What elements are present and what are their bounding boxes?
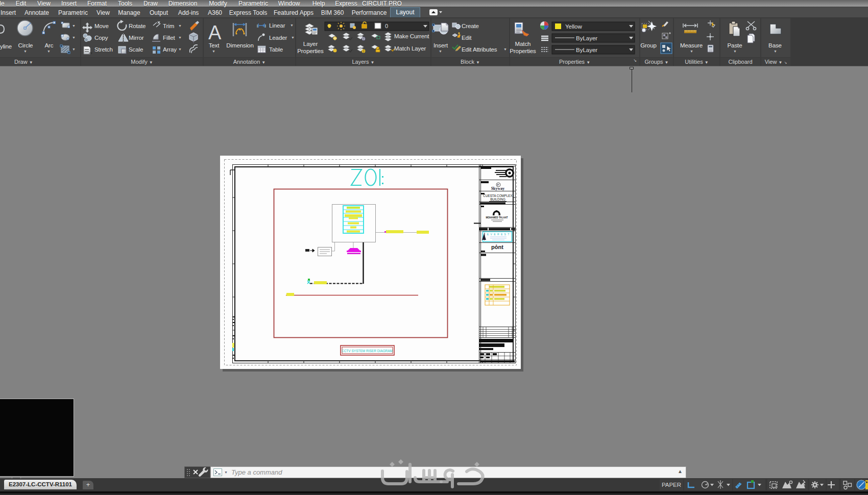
svg-text:0: 0 [385, 23, 388, 29]
svg-text:ByLayer: ByLayer [576, 35, 597, 41]
svg-text:CCTV SYSTEM RISER DIAGRAM: CCTV SYSTEM RISER DIAGRAM [342, 349, 393, 353]
svg-text:ByLayer: ByLayer [576, 47, 597, 53]
svg-text:Yellow: Yellow [565, 23, 583, 30]
svg-text:MOHAMED TALAAT: MOHAMED TALAAT [486, 216, 508, 219]
svg-text:CUESTA COMPLEX: CUESTA COMPLEX [483, 194, 513, 197]
svg-text:Skyway: Skyway [491, 186, 505, 191]
svg-text:E V E R E S T: E V E R E S T [487, 233, 510, 236]
svg-text:A: A [208, 22, 222, 43]
svg-text:BUILDING: BUILDING [490, 197, 505, 201]
svg-text:po̊nt: po̊nt [491, 244, 503, 250]
